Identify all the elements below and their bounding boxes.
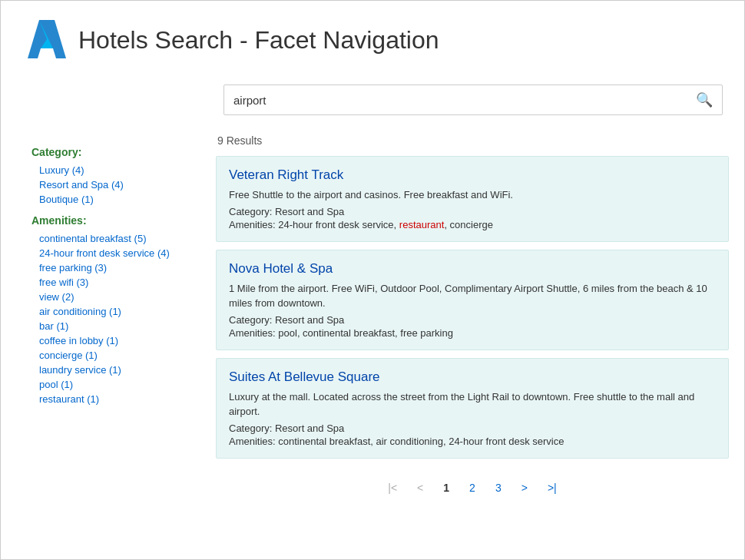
category-section-title: Category: bbox=[31, 146, 193, 158]
search-area: 🔍 bbox=[1, 72, 744, 123]
result-item: Nova Hotel & Spa 1 Mile from the airport… bbox=[216, 250, 729, 350]
amenity-front-desk[interactable]: 24-hour front desk service (4) bbox=[31, 246, 193, 260]
result-amenities-3: Amenities: continental breakfast, air co… bbox=[229, 436, 716, 447]
header: Hotels Search - Facet Navigation bbox=[1, 1, 744, 72]
result-category-1: Category: Resort and Spa bbox=[229, 206, 716, 217]
amenities-section-title: Amenities: bbox=[31, 214, 193, 227]
amenity-view[interactable]: view (2) bbox=[31, 290, 193, 304]
result-desc-2: 1 Mile from the airport. Free WiFi, Outd… bbox=[229, 281, 716, 311]
result-amenities-2: Amenities: pool, continental breakfast, … bbox=[229, 327, 716, 339]
amenities-highlight-1: restaurant bbox=[399, 219, 445, 230]
amenity-coffee-lobby[interactable]: coffee in lobby (1) bbox=[31, 333, 193, 348]
pagination-prev[interactable]: < bbox=[411, 479, 429, 497]
category-list: Luxury (4) Resort and Spa (4) Boutique (… bbox=[31, 163, 193, 207]
amenities-rest-1: , concierge bbox=[444, 219, 493, 230]
amenities-list: continental breakfast (5) 24-hour front … bbox=[31, 231, 193, 406]
result-item: Suites At Bellevue Square Luxury at the … bbox=[216, 358, 729, 459]
search-bar-container: 🔍 bbox=[224, 84, 723, 115]
amenity-pool[interactable]: pool (1) bbox=[31, 377, 193, 392]
category-luxury[interactable]: Luxury (4) bbox=[31, 163, 193, 177]
pagination-last[interactable]: >| bbox=[541, 479, 563, 497]
results-area: 9 Results Veteran Right Track Free Shutt… bbox=[208, 131, 744, 552]
amenity-laundry[interactable]: laundry service (1) bbox=[31, 363, 193, 377]
logo bbox=[24, 16, 66, 65]
pagination-next[interactable]: > bbox=[515, 479, 534, 497]
search-button[interactable]: 🔍 bbox=[687, 85, 722, 114]
pagination-first[interactable]: |< bbox=[382, 479, 403, 497]
category-resort-spa[interactable]: Resort and Spa (4) bbox=[31, 177, 193, 192]
main-content: Category: Luxury (4) Resort and Spa (4) … bbox=[1, 123, 744, 559]
amenity-concierge[interactable]: concierge (1) bbox=[31, 348, 193, 363]
category-boutique[interactable]: Boutique (1) bbox=[31, 192, 193, 207]
pagination: |< < 1 2 3 > >| bbox=[216, 466, 729, 509]
amenity-bar[interactable]: bar (1) bbox=[31, 319, 193, 333]
result-category-3: Category: Resort and Spa bbox=[229, 422, 716, 434]
amenity-restaurant[interactable]: restaurant (1) bbox=[31, 392, 193, 406]
result-desc-1: Free Shuttle to the airport and casinos.… bbox=[229, 187, 716, 203]
pagination-page-1: 1 bbox=[437, 479, 455, 497]
amenities-text-3: Amenities: continental breakfast, air co… bbox=[229, 436, 564, 447]
result-desc-3: Luxury at the mall. Located across the s… bbox=[229, 389, 716, 419]
page-title: Hotels Search - Facet Navigation bbox=[78, 26, 439, 55]
amenity-air-conditioning[interactable]: air conditioning (1) bbox=[31, 304, 193, 319]
amenity-free-wifi[interactable]: free wifi (3) bbox=[31, 275, 193, 290]
result-title-2[interactable]: Nova Hotel & Spa bbox=[229, 261, 716, 277]
amenities-text-1: Amenities: 24-hour front desk service, bbox=[229, 219, 399, 230]
pagination-page-3[interactable]: 3 bbox=[489, 479, 508, 497]
result-amenities-1: Amenities: 24-hour front desk service, r… bbox=[229, 219, 716, 230]
result-item: Veteran Right Track Free Shuttle to the … bbox=[216, 156, 729, 242]
pagination-page-2[interactable]: 2 bbox=[463, 479, 482, 497]
result-title-1[interactable]: Veteran Right Track bbox=[229, 167, 716, 183]
search-input[interactable] bbox=[224, 88, 687, 113]
amenity-free-parking[interactable]: free parking (3) bbox=[31, 260, 193, 275]
amenities-text-2: Amenities: pool, continental breakfast, … bbox=[229, 327, 453, 339]
sidebar: Category: Luxury (4) Resort and Spa (4) … bbox=[1, 131, 208, 552]
amenity-continental-breakfast[interactable]: continental breakfast (5) bbox=[31, 231, 193, 246]
result-title-3[interactable]: Suites At Bellevue Square bbox=[229, 369, 716, 385]
results-count: 9 Results bbox=[216, 134, 729, 147]
result-category-2: Category: Resort and Spa bbox=[229, 314, 716, 326]
